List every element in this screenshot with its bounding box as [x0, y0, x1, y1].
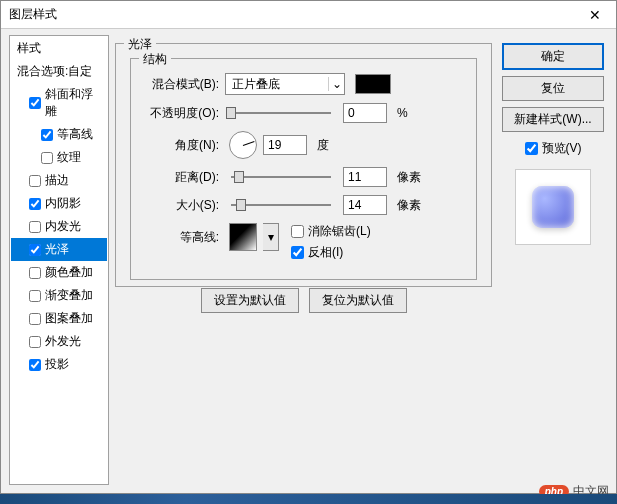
taskbar-strip — [0, 494, 617, 504]
style-item-label: 颜色叠加 — [45, 264, 93, 281]
style-item[interactable]: 内发光 — [11, 215, 107, 238]
style-item-label: 渐变叠加 — [45, 287, 93, 304]
preview-icon — [532, 186, 574, 228]
style-checkbox[interactable] — [29, 97, 41, 109]
distance-unit: 像素 — [397, 169, 421, 186]
style-checkbox[interactable] — [29, 221, 41, 233]
size-unit: 像素 — [397, 197, 421, 214]
style-checkbox[interactable] — [29, 313, 41, 325]
blend-mode-select[interactable]: 正片叠底 ⌄ — [225, 73, 345, 95]
structure-group: 结构 混合模式(B): 正片叠底 ⌄ 不透明度(O): 0 — [130, 58, 477, 280]
style-checkbox[interactable] — [29, 290, 41, 302]
style-checkbox[interactable] — [29, 359, 41, 371]
color-swatch[interactable] — [355, 74, 391, 94]
distance-slider[interactable] — [231, 176, 331, 178]
style-item[interactable]: 斜面和浮雕 — [11, 83, 107, 123]
style-item-label: 内阴影 — [45, 195, 81, 212]
chevron-down-icon[interactable]: ▾ — [263, 223, 279, 251]
style-item[interactable]: 外发光 — [11, 330, 107, 353]
style-item-label: 投影 — [45, 356, 69, 373]
invert-checkbox[interactable]: 反相(I) — [291, 244, 371, 261]
right-panel: 确定 复位 新建样式(W)... 预览(V) — [498, 35, 608, 485]
style-item[interactable]: 颜色叠加 — [11, 261, 107, 284]
preview-checkbox[interactable]: 预览(V) — [525, 140, 582, 157]
chevron-down-icon: ⌄ — [328, 77, 344, 91]
angle-input[interactable]: 19 — [263, 135, 307, 155]
angle-label: 角度(N): — [141, 137, 219, 154]
structure-title: 结构 — [139, 51, 171, 68]
size-input[interactable]: 14 — [343, 195, 387, 215]
window-title: 图层样式 — [9, 6, 57, 23]
satin-group: 光泽 结构 混合模式(B): 正片叠底 ⌄ 不透明度(O): — [115, 43, 492, 287]
style-checkbox[interactable] — [41, 129, 53, 141]
dialog-window: 图层样式 ✕ 样式 混合选项:自定 斜面和浮雕等高线纹理描边内阴影内发光光泽颜色… — [0, 0, 617, 494]
opacity-input[interactable]: 0 — [343, 103, 387, 123]
style-item[interactable]: 光泽 — [11, 238, 107, 261]
blend-mode-label: 混合模式(B): — [141, 76, 219, 93]
ok-button[interactable]: 确定 — [502, 43, 604, 70]
angle-unit: 度 — [317, 137, 329, 154]
style-item-label: 图案叠加 — [45, 310, 93, 327]
gloss-label: 等高线: — [141, 223, 219, 246]
style-item[interactable]: 内阴影 — [11, 192, 107, 215]
blend-options-item[interactable]: 混合选项:自定 — [11, 60, 107, 83]
style-checkbox[interactable] — [29, 198, 41, 210]
opacity-slider[interactable] — [231, 112, 331, 114]
settings-panel: 光泽 结构 混合模式(B): 正片叠底 ⌄ 不透明度(O): — [115, 35, 492, 485]
distance-input[interactable]: 11 — [343, 167, 387, 187]
style-item-label: 等高线 — [57, 126, 93, 143]
style-item[interactable]: 渐变叠加 — [11, 284, 107, 307]
style-checkbox[interactable] — [29, 175, 41, 187]
size-label: 大小(S): — [141, 197, 219, 214]
angle-dial[interactable] — [229, 131, 257, 159]
style-checkbox[interactable] — [29, 336, 41, 348]
opacity-label: 不透明度(O): — [141, 105, 219, 122]
style-item-label: 内发光 — [45, 218, 81, 235]
style-item[interactable]: 等高线 — [11, 123, 107, 146]
style-item[interactable]: 图案叠加 — [11, 307, 107, 330]
style-item[interactable]: 投影 — [11, 353, 107, 376]
styles-header[interactable]: 样式 — [11, 37, 107, 60]
style-checkbox[interactable] — [41, 152, 53, 164]
style-item-label: 外发光 — [45, 333, 81, 350]
set-default-button[interactable]: 设置为默认值 — [201, 288, 299, 313]
style-item-label: 光泽 — [45, 241, 69, 258]
style-item-label: 斜面和浮雕 — [45, 86, 101, 120]
style-checkbox[interactable] — [29, 267, 41, 279]
style-item-label: 纹理 — [57, 149, 81, 166]
preview-thumbnail — [515, 169, 591, 245]
styles-list: 样式 混合选项:自定 斜面和浮雕等高线纹理描边内阴影内发光光泽颜色叠加渐变叠加图… — [9, 35, 109, 485]
style-checkbox[interactable] — [29, 244, 41, 256]
style-item[interactable]: 纹理 — [11, 146, 107, 169]
new-style-button[interactable]: 新建样式(W)... — [502, 107, 604, 132]
reset-default-button[interactable]: 复位为默认值 — [309, 288, 407, 313]
gloss-contour-picker[interactable] — [229, 223, 257, 251]
reset-button[interactable]: 复位 — [502, 76, 604, 101]
titlebar: 图层样式 ✕ — [1, 1, 616, 29]
size-slider[interactable] — [231, 204, 331, 206]
style-item[interactable]: 描边 — [11, 169, 107, 192]
anti-alias-checkbox[interactable]: 消除锯齿(L) — [291, 223, 371, 240]
distance-label: 距离(D): — [141, 169, 219, 186]
style-item-label: 描边 — [45, 172, 69, 189]
close-icon[interactable]: ✕ — [575, 2, 615, 28]
opacity-unit: % — [397, 106, 408, 120]
